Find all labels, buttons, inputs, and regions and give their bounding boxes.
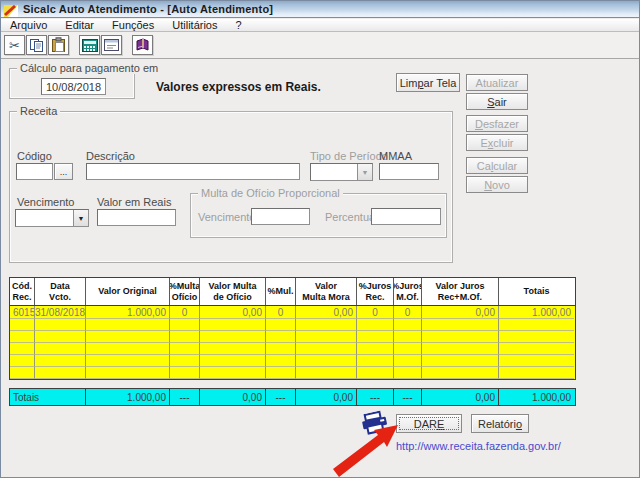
table-cell: 31/08/2018 [35,306,86,319]
totals-cell: 0,00 [296,389,357,405]
table-cell: 1.000,00 [499,306,574,319]
desfazer-button[interactable]: Desfazer [466,115,528,132]
totals-cell: --- [394,389,422,405]
mmaa-label: MMAA [379,150,412,162]
paste-button[interactable] [48,35,69,55]
window-title: Sicalc Auto Atendimento - [Auto Atendime… [23,3,273,15]
multa-group-label: Multa de Ofício Proporcional [198,187,343,199]
title-bar[interactable]: Sicalc Auto Atendimento - [Auto Atendime… [1,1,640,18]
table-cell: 0,00 [422,306,499,319]
descricao-input[interactable] [86,163,300,180]
totals-row: Totais 1.000,00 --- 0,00 --- 0,00 --- --… [9,388,576,406]
paste-icon [51,37,66,53]
menu-editar[interactable]: Editar [56,19,103,31]
table-row[interactable] [10,331,575,343]
calculator-button[interactable] [79,35,100,55]
menu-arquivo[interactable]: Arquivo [1,19,56,31]
totals-cell: --- [357,389,394,405]
col-header[interactable]: %Mul. [266,278,296,305]
table-row[interactable] [10,319,575,331]
table-row[interactable]: 6015 31/08/2018 1.000,00 0 0,00 0 0,00 0… [10,306,575,319]
codigo-browse-button[interactable]: ... [54,163,73,180]
table-row[interactable] [10,355,575,367]
totals-label: Totais [10,389,86,405]
table-cell: 0 [357,306,394,319]
multa-vencimento-label: Vencimento: [198,211,259,223]
totals-cell: 1.000,00 [499,389,574,405]
copy-button[interactable] [26,35,47,55]
receita-groupbox: Receita Código ... Descrição Tipo de Per… [9,111,453,263]
multa-oficio-groupbox: Multa de Ofício Proporcional Vencimento:… [190,193,447,238]
cut-icon: ✂ [9,39,20,52]
totals-cell: 0,00 [200,389,266,405]
col-header[interactable]: Valor Juros Rec+M.Of. [422,278,499,305]
descricao-label: Descrição [86,150,135,162]
col-header[interactable]: Valor Multa Mora [296,278,357,305]
codigo-label: Código [17,150,52,162]
values-note: Valores expressos em Reais. [156,80,321,94]
calcular-button[interactable]: Calcular [466,157,528,174]
app-window: Sicalc Auto Atendimento - [Auto Atendime… [0,0,640,478]
chevron-down-icon[interactable]: ▼ [73,210,88,226]
copy-icon [29,38,44,53]
vencimento-label: Vencimento [17,196,74,208]
vencimento-combo[interactable]: ▼ [15,209,89,227]
table-row[interactable] [10,343,575,355]
limpar-tela-button[interactable]: Limpar Tela [396,73,460,92]
col-header[interactable]: %Juros M.Of. [394,278,422,305]
app-icon [4,3,18,15]
novo-button[interactable]: Novo [466,176,528,193]
results-table: Cód. Rec. Data Vcto. Valor Original %Mul… [9,277,576,380]
tipo-periodo-combo[interactable]: ▼ [310,163,373,181]
tipo-periodo-label: Tipo de Período [310,150,388,162]
table-cell: 6015 [10,306,35,319]
toolbar: ✂ [1,32,640,59]
mmaa-input[interactable] [379,163,439,180]
totals-cell: 0,00 [422,389,499,405]
table-cell: 0 [170,306,200,319]
table-cell: 0 [266,306,296,319]
sair-button[interactable]: Sair [466,93,528,110]
calculator-icon [82,39,98,52]
col-header[interactable]: %Multa Ofício [170,278,200,305]
totals-cell: --- [266,389,296,405]
excluir-button[interactable]: Excluir [466,134,528,151]
form-icon [104,39,119,51]
payment-date-field[interactable]: 10/08/2018 [41,78,106,95]
receita-link[interactable]: http://www.receita.fazenda.gov.br/ [396,440,561,452]
col-header[interactable]: Valor Original [86,278,170,305]
col-header[interactable]: Cód. Rec. [10,278,35,305]
col-header[interactable]: Totais [499,278,574,305]
col-header[interactable]: Data Vcto. [35,278,86,305]
menu-bar: Arquivo Editar Funções Utilitários ? [1,19,640,32]
totals-cell: --- [170,389,200,405]
chevron-down-icon[interactable]: ▼ [357,164,372,180]
codigo-input[interactable] [16,163,53,180]
multa-percentual-input[interactable] [371,208,441,225]
annotation-arrow [331,416,406,478]
relatorio-button[interactable]: Relatório [471,414,529,433]
help-book-icon [135,38,150,52]
table-cell: 0 [394,306,422,319]
valor-reais-label: Valor em Reais [97,196,171,208]
payment-groupbox: Cálculo para pagamento em 10/08/2018 [9,68,135,99]
table-row[interactable] [10,367,575,379]
menu-funcoes[interactable]: Funções [103,19,163,31]
table-cell: 0,00 [200,306,266,319]
table-header-row: Cód. Rec. Data Vcto. Valor Original %Mul… [10,278,575,306]
col-header[interactable]: %Juros Rec. [357,278,394,305]
atualizar-button[interactable]: Atualizar [466,74,528,91]
payment-group-label: Cálculo para pagamento em [17,62,161,74]
form-button[interactable] [101,35,122,55]
table-cell: 0,00 [296,306,357,319]
menu-utilitarios[interactable]: Utilitários [163,19,226,31]
totals-cell: 1.000,00 [86,389,170,405]
multa-vencimento-input[interactable] [251,208,310,225]
receita-group-label: Receita [17,105,60,117]
valor-reais-input[interactable] [97,209,176,226]
col-header[interactable]: Valor Multa de Ofício [200,278,266,305]
help-button[interactable] [132,35,153,55]
cut-button[interactable]: ✂ [4,35,25,55]
menu-help[interactable]: ? [226,19,250,31]
table-cell: 1.000,00 [86,306,170,319]
